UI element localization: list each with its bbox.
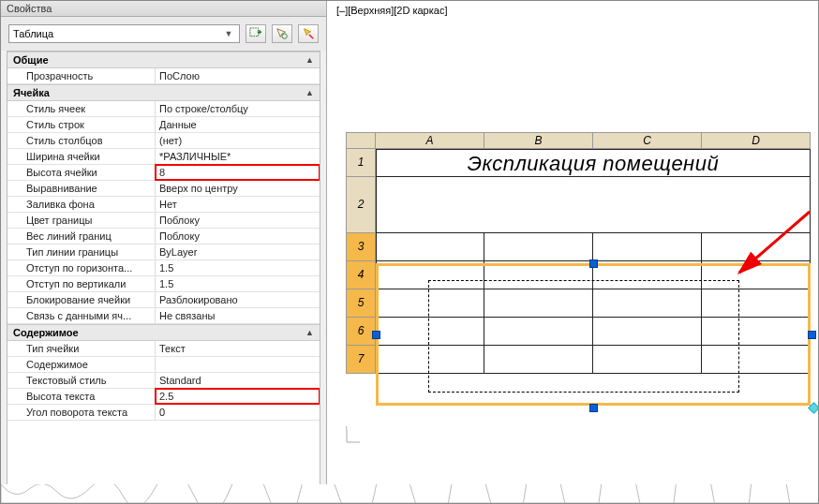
prop-row[interactable]: Отступ по вертикали1.5: [7, 276, 320, 292]
viewport-label[interactable]: [–][Верхняя][2D каркас]: [327, 1, 818, 20]
table-cell[interactable]: [593, 289, 702, 318]
prop-row[interactable]: ВыравниваниеВверх по центру: [7, 181, 320, 197]
table-corner[interactable]: [346, 132, 376, 149]
table-cell[interactable]: [593, 233, 702, 261]
prop-row[interactable]: Высота ячейки8: [7, 165, 320, 181]
table-cell[interactable]: [702, 289, 811, 318]
table-cell[interactable]: [376, 289, 484, 318]
section-label: Общие: [13, 54, 49, 66]
prop-value[interactable]: По строке/столбцу: [156, 101, 320, 116]
grip-handle[interactable]: [808, 331, 816, 339]
prop-label: Прозрачность: [7, 68, 156, 83]
table-cell[interactable]: [484, 289, 593, 318]
prop-value[interactable]: Разблокировано: [156, 292, 320, 307]
row-header[interactable]: 4: [346, 261, 376, 289]
prop-value[interactable]: [156, 357, 320, 372]
prop-value[interactable]: ПоСлою: [156, 68, 320, 83]
grip-handle[interactable]: [589, 404, 598, 412]
title-cell[interactable]: Экспликация помещений: [376, 149, 811, 177]
prop-row[interactable]: Блокирование ячейкиРазблокировано: [7, 292, 320, 308]
section-content[interactable]: Содержимое ▲: [7, 324, 320, 341]
prop-value[interactable]: Вверх по центру: [156, 181, 320, 196]
table-cell[interactable]: [484, 346, 593, 374]
row-header[interactable]: 3: [346, 233, 376, 261]
table-cell[interactable]: [376, 346, 484, 374]
drawing-canvas[interactable]: [–][Верхняя][2D каркас] A B C D 1Эксплик…: [327, 1, 818, 503]
prop-value[interactable]: Поблоку: [156, 229, 320, 244]
table-cell[interactable]: [593, 346, 702, 374]
table-row[interactable]: 1Экспликация помещений: [346, 149, 811, 177]
prop-label: Тип ячейки: [7, 341, 156, 356]
prop-row[interactable]: Текстовый стильStandard: [7, 373, 320, 389]
prop-row[interactable]: Тип линии границыByLayer: [7, 245, 320, 260]
object-type-combo[interactable]: Таблица ▼: [8, 24, 240, 43]
prop-row[interactable]: Связь с данными яч...Не связаны: [7, 308, 320, 324]
prop-row[interactable]: Стиль столбцов(нет): [7, 133, 320, 149]
prop-row[interactable]: Стиль строкДанные: [7, 117, 320, 133]
table-cell[interactable]: [593, 261, 702, 289]
prop-row[interactable]: Угол поворота текста0: [7, 405, 320, 421]
svg-text:Y: Y: [344, 426, 350, 431]
prop-row[interactable]: Отступ по горизонта...1.5: [7, 260, 320, 276]
prop-value[interactable]: 2.5: [156, 389, 320, 404]
prop-row[interactable]: Цвет границыПоблоку: [7, 213, 320, 229]
prop-value[interactable]: ByLayer: [156, 245, 320, 259]
prop-row[interactable]: Тип ячейкиТекст: [7, 341, 320, 357]
col-header[interactable]: C: [593, 132, 702, 149]
prop-row[interactable]: Заливка фонаНет: [7, 197, 320, 213]
prop-value[interactable]: 1.5: [156, 260, 320, 275]
quick-select-button[interactable]: [298, 24, 319, 43]
prop-value[interactable]: 0: [156, 405, 320, 420]
col-header[interactable]: A: [376, 132, 484, 149]
prop-label: Ширина ячейки: [7, 149, 156, 164]
table-cell[interactable]: [484, 233, 593, 261]
select-objects-button[interactable]: [272, 24, 292, 43]
table-cell[interactable]: [376, 233, 484, 261]
svg-point-1: [282, 34, 287, 38]
prop-row[interactable]: Содержимое: [7, 357, 320, 373]
row-header[interactable]: 7: [346, 346, 376, 374]
prop-value[interactable]: *РАЗЛИЧНЫЕ*: [156, 149, 320, 164]
prop-value[interactable]: Данные: [156, 117, 320, 132]
prop-value[interactable]: (нет): [156, 133, 320, 148]
ucs-icon: Y: [344, 426, 363, 447]
prop-row[interactable]: Стиль ячеекПо строке/столбцу: [7, 101, 320, 117]
table-row[interactable]: 5: [346, 289, 811, 318]
prop-row[interactable]: Прозрачность ПоСлою: [7, 68, 320, 84]
prop-value[interactable]: Не связаны: [156, 308, 320, 323]
prop-label: Вес линий границ: [7, 229, 156, 244]
prop-value[interactable]: Текст: [156, 341, 320, 356]
table-row[interactable]: 6: [346, 318, 811, 346]
combo-text: Таблица: [13, 28, 222, 39]
table-cell[interactable]: [484, 261, 593, 289]
collapse-icon: ▲: [305, 328, 314, 337]
prop-value[interactable]: Нет: [156, 197, 320, 212]
grip-handle-diamond[interactable]: [808, 402, 819, 414]
prop-label: Отступ по вертикали: [7, 276, 156, 291]
col-header[interactable]: D: [702, 132, 811, 149]
grip-handle[interactable]: [589, 259, 598, 268]
table-cell[interactable]: [376, 318, 484, 346]
prop-row[interactable]: Вес линий границПоблоку: [7, 229, 320, 245]
table-cell[interactable]: [702, 318, 811, 346]
row-header[interactable]: 5: [346, 289, 376, 318]
add-selection-button[interactable]: [246, 24, 266, 43]
row-header[interactable]: 1: [346, 149, 376, 177]
section-cell[interactable]: Ячейка ▲: [7, 84, 320, 101]
row-header[interactable]: 2: [346, 177, 376, 233]
col-header[interactable]: B: [484, 132, 593, 149]
prop-row[interactable]: Ширина ячейки*РАЗЛИЧНЫЕ*: [7, 149, 320, 165]
table-cell[interactable]: [593, 318, 702, 346]
table-cell[interactable]: [702, 346, 811, 374]
prop-value[interactable]: Standard: [156, 373, 320, 388]
prop-value[interactable]: 1.5: [156, 276, 320, 291]
prop-value[interactable]: Поблоку: [156, 213, 320, 228]
table-cell[interactable]: [484, 318, 593, 346]
table-row[interactable]: 7: [346, 346, 811, 374]
torn-edge-decoration: [1, 484, 819, 503]
table-cell[interactable]: [376, 261, 484, 289]
prop-row[interactable]: Высота текста2.5: [7, 389, 320, 405]
grip-handle[interactable]: [372, 331, 380, 339]
section-general[interactable]: Общие ▲: [7, 52, 320, 68]
prop-value[interactable]: 8: [156, 165, 320, 180]
